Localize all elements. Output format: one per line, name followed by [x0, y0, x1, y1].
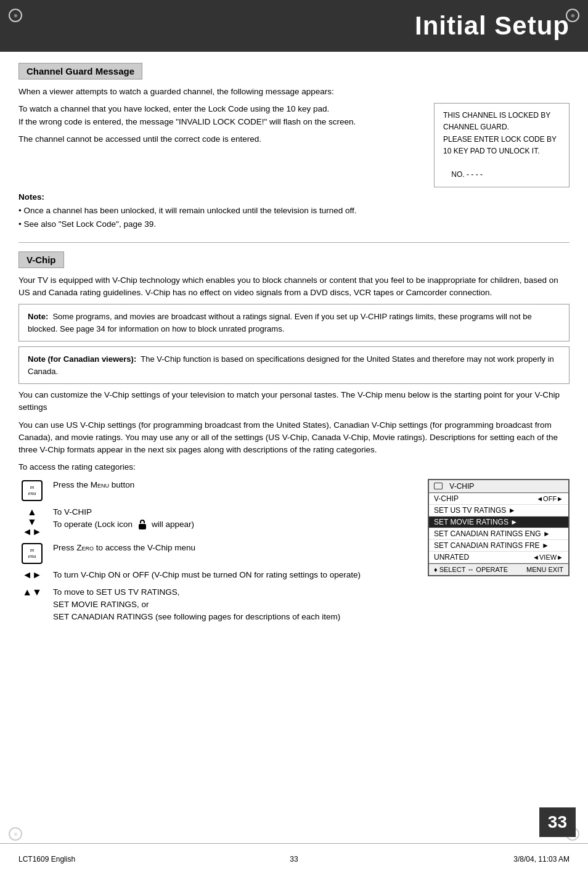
vchip-menu-row-can-fre: SET CANADIAN RATINGS FRE ►: [429, 540, 568, 552]
icon-cell-1: menu: [18, 479, 46, 501]
vchip-menu-footer: ♦ SELECT ↔ OPERATE MENU EXIT: [429, 563, 568, 575]
page-title: Initial Setup: [415, 11, 570, 40]
vchip-title: V-Chip: [18, 251, 64, 268]
instruction-text-4: To turn V-Chip ON or OFF (V-Chip must be…: [53, 569, 415, 581]
lr-arrows-icon-2: ◄►: [22, 570, 42, 580]
instruction-row-2: ▲▼ ◄► To V-CHIP To operate (Lock icon wi…: [18, 506, 415, 537]
icon-cell-3: menu: [18, 542, 46, 564]
vchip-row-label-3: SET MOVIE RATINGS ►: [434, 518, 518, 526]
notes-header: Notes:: [18, 192, 570, 202]
channel-guard-screen-message: THIS CHANNEL IS LOCKED BY CHANNEL GUARD.…: [434, 103, 570, 187]
vchip-para1: You can customize the V-Chip settings of…: [18, 389, 570, 414]
footer-left: LCT1609 English: [18, 855, 75, 864]
vchip-footer-right: MENU EXIT: [526, 566, 563, 573]
instruction-text-3: Press Zero to access the V-Chip menu: [53, 542, 415, 554]
vchip-menu-row-unrated: UNRATED ◄VIEW►: [429, 552, 568, 563]
disc-mark-bl: ⊕: [9, 827, 22, 841]
ud-arrows-icon-2: ▲▼: [22, 587, 42, 597]
instruction-text-5: To move to SET US TV RATINGS, SET MOVIE …: [53, 586, 415, 624]
note-item-1: Once a channel has been unlocked, it wil…: [18, 204, 570, 218]
note-label-2: Note (for Canadian viewers):: [28, 354, 136, 364]
vchip-row-value-1: ◄OFF►: [536, 495, 563, 502]
section-divider: [18, 242, 570, 243]
vchip-menu-row-vchip: V-CHIP ◄OFF►: [429, 493, 568, 505]
instruction-row-1: menu Press the Menu button: [18, 479, 415, 501]
vchip-menu-row-can-eng: SET CANADIAN RATINGS ENG ►: [429, 528, 568, 540]
note-label-1: Note:: [28, 312, 48, 321]
instruction-row-3: menu Press Zero to access the V-Chip men…: [18, 542, 415, 564]
channel-guard-section: Channel Guard Message When a viewer atte…: [18, 63, 570, 231]
tv-icon: [434, 483, 443, 489]
vchip-menu-title: V-CHIP: [429, 480, 568, 493]
page-header: Initial Setup: [0, 0, 588, 52]
instruction-row-4: ◄► To turn V-Chip ON or OFF (V-Chip must…: [18, 569, 415, 581]
icon-cell-5: ▲▼: [18, 586, 46, 597]
icon-cell-4: ◄►: [18, 569, 46, 580]
lr-arrows-icon-1: ◄►: [22, 527, 42, 537]
footer: LCT1609 English 33 3/8/04, 11:03 AM: [0, 843, 588, 874]
lock-instruction-1: To watch a channel that you have locked,…: [18, 103, 422, 128]
instruction-text-2: To V-CHIP To operate (Lock icon will app…: [53, 506, 415, 531]
vchip-section: V-Chip Your TV is equipped with V-Chip t…: [18, 251, 570, 629]
footer-center: 33: [290, 855, 298, 864]
menu-icon-2: menu: [22, 543, 43, 564]
channel-guard-left-text: To watch a channel that you have locked,…: [18, 103, 422, 187]
channel-guard-title: Channel Guard Message: [18, 63, 142, 80]
notes-list: Once a channel has been unlocked, it wil…: [18, 204, 570, 231]
vchip-para2: You can use US V-Chip settings (for prog…: [18, 419, 570, 457]
icon-cell-2: ▲▼ ◄►: [18, 506, 46, 537]
vchip-menu-row-ustv: SET US TV RATINGS ►: [429, 505, 568, 517]
footer-right: 3/8/04, 11:03 AM: [513, 855, 570, 864]
vchip-row-label-1: V-CHIP: [434, 494, 459, 503]
instruction-row-5: ▲▼ To move to SET US TV RATINGS, SET MOV…: [18, 586, 415, 624]
access-label: To access the rating categories:: [18, 461, 570, 473]
menu-icon-1: menu: [22, 480, 43, 501]
vchip-row-label-4: SET CANADIAN RATINGS ENG ►: [434, 529, 550, 538]
vchip-intro: Your TV is equipped with V-Chip technolo…: [18, 274, 570, 300]
vchip-row-label-2: SET US TV RATINGS ►: [434, 506, 516, 515]
disc-mark-tr: ⊕: [566, 9, 579, 22]
vchip-menu-box: V-CHIP V-CHIP ◄OFF► SET US TV RATINGS ► …: [428, 479, 570, 576]
vchip-note-box-2: Note (for Canadian viewers): The V-Chip …: [18, 346, 570, 384]
vchip-note-box-1: Note: Some programs, and movies are broa…: [18, 304, 570, 341]
vchip-instructions: menu Press the Menu button ▲▼ ◄► To V-CH…: [18, 479, 415, 629]
disc-mark-tl: ⊕: [9, 9, 22, 22]
channel-guard-layout: To watch a channel that you have locked,…: [18, 103, 570, 187]
vchip-layout: menu Press the Menu button ▲▼ ◄► To V-CH…: [18, 479, 570, 629]
vchip-row-label-6: UNRATED: [434, 553, 469, 562]
lock-instruction-2: The channel cannot be accessed until the…: [18, 133, 422, 145]
channel-guard-intro: When a viewer attempts to watch a guarde…: [18, 86, 570, 98]
instruction-text-1: Press the Menu button: [53, 479, 415, 491]
note-item-2: See also "Set Lock Code", page 39.: [18, 218, 570, 231]
lock-icon: [137, 520, 147, 529]
vchip-menu-title-text: V-CHIP: [449, 482, 474, 491]
vchip-footer-left: ♦ SELECT ↔ OPERATE: [434, 566, 508, 573]
ud-arrows-icon-1: ▲▼: [27, 507, 37, 527]
vchip-menu-row-movie: SET MOVIE RATINGS ►: [429, 517, 568, 528]
vchip-row-value-6: ◄VIEW►: [533, 553, 563, 561]
vchip-row-label-5: SET CANADIAN RATINGS FRE ►: [434, 541, 549, 550]
page-number-badge: 33: [539, 807, 576, 837]
